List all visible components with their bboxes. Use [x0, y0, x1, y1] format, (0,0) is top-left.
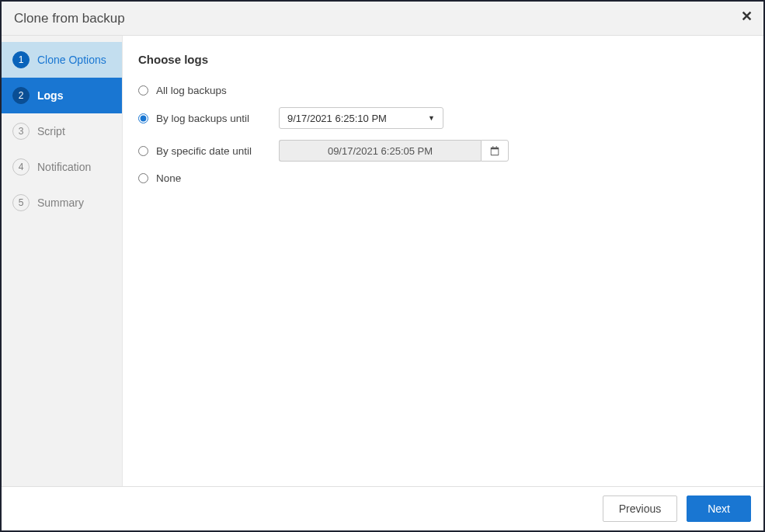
radio-label[interactable]: None — [156, 172, 273, 184]
step-label: Clone Options — [37, 54, 106, 66]
chevron-down-icon: ▼ — [428, 114, 435, 122]
step-label: Summary — [37, 196, 84, 209]
radio-by-specific-date[interactable] — [138, 146, 148, 156]
clone-from-backup-modal: Clone from backup ✕ 1 Clone Options 2 Lo… — [0, 0, 765, 532]
calendar-icon — [489, 145, 500, 156]
step-notification[interactable]: 4 Notification — [2, 149, 122, 185]
step-number: 5 — [12, 194, 30, 211]
step-number: 1 — [12, 51, 30, 68]
radio-none[interactable] — [138, 173, 148, 183]
step-number: 2 — [12, 87, 30, 104]
log-backup-select-wrap: 9/17/2021 6:25:10 PM ▼ — [279, 107, 443, 129]
step-label: Logs — [37, 89, 63, 102]
radio-by-log-backups[interactable] — [138, 113, 148, 123]
step-logs[interactable]: 2 Logs — [2, 78, 122, 113]
radio-label[interactable]: By specific date until — [156, 145, 273, 157]
option-none: None — [138, 172, 748, 184]
step-number: 4 — [12, 158, 30, 176]
modal-footer: Previous Next — [2, 486, 763, 530]
date-field[interactable]: 09/17/2021 6:25:05 PM — [279, 140, 481, 162]
modal-title: Clone from backup — [14, 11, 125, 26]
radio-label[interactable]: By log backups until — [156, 113, 273, 124]
step-number: 3 — [12, 123, 30, 140]
modal-body: 1 Clone Options 2 Logs 3 Script 4 Notifi… — [2, 36, 763, 486]
radio-label[interactable]: All log backups — [156, 85, 273, 96]
date-value: 09/17/2021 6:25:05 PM — [328, 145, 433, 157]
step-clone-options[interactable]: 1 Clone Options — [2, 42, 122, 78]
radio-all-log-backups[interactable] — [138, 85, 148, 96]
option-all-log-backups: All log backups — [138, 85, 748, 96]
log-backup-dropdown[interactable]: 9/17/2021 6:25:10 PM ▼ — [279, 107, 443, 129]
date-input-group: 09/17/2021 6:25:05 PM — [279, 140, 509, 162]
main-content: Choose logs All log backups By log backu… — [123, 36, 763, 486]
calendar-button[interactable] — [481, 140, 509, 162]
step-label: Notification — [37, 161, 91, 173]
step-summary[interactable]: 5 Summary — [2, 185, 122, 221]
step-script[interactable]: 3 Script — [2, 113, 122, 149]
next-button[interactable]: Next — [687, 495, 751, 522]
modal-header: Clone from backup ✕ — [2, 2, 763, 36]
option-by-specific-date: By specific date until 09/17/2021 6:25:0… — [138, 140, 748, 162]
option-by-log-backups-until: By log backups until 9/17/2021 6:25:10 P… — [138, 107, 748, 129]
dropdown-value: 9/17/2021 6:25:10 PM — [287, 113, 387, 124]
content-heading: Choose logs — [138, 53, 748, 66]
step-label: Script — [37, 125, 65, 137]
wizard-sidebar: 1 Clone Options 2 Logs 3 Script 4 Notifi… — [2, 36, 123, 486]
close-icon[interactable]: ✕ — [741, 8, 753, 25]
previous-button[interactable]: Previous — [603, 495, 677, 522]
